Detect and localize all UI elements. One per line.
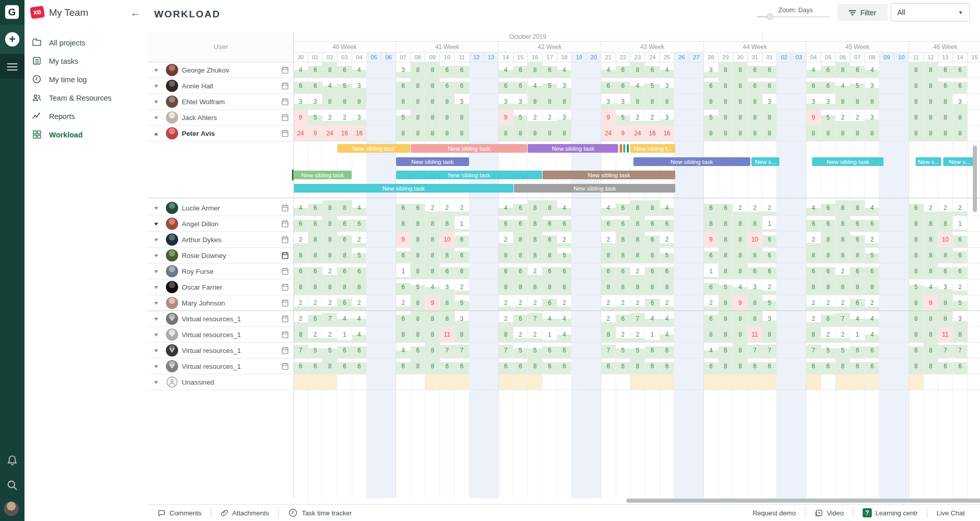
- workload-hours-cell: 2: [308, 327, 323, 342]
- workload-hours-cell: 24: [323, 126, 337, 141]
- workload-hours-cell: 8: [763, 110, 777, 125]
- bottombar-label: Attachments: [232, 509, 269, 517]
- workload-hours-cell: 3: [763, 311, 777, 326]
- workload-hours-cell: 6: [645, 343, 659, 358]
- user-profile-avatar[interactable]: [4, 501, 19, 516]
- workload-hours-cell: 3: [865, 78, 879, 93]
- workload-hours-cell: 8: [748, 94, 762, 109]
- unassigned-busy-cell: [748, 374, 762, 390]
- workload-hours-cell: 8: [528, 216, 542, 231]
- workload-hours-cell: 8: [499, 279, 513, 295]
- workload-hours-cell: 6: [455, 232, 469, 247]
- workload-hours-cell: 5: [865, 248, 879, 263]
- bottombar-live-chat[interactable]: Live Chat: [927, 505, 974, 521]
- vertical-scrollbar-thumb[interactable]: [973, 146, 977, 212]
- search-icon[interactable]: [5, 478, 19, 492]
- unassigned-busy-cell: [499, 374, 513, 390]
- sidebar-item-workload[interactable]: Workload: [24, 126, 148, 144]
- workload-hours-cell: 6: [850, 216, 865, 231]
- sidebar: XB My Team ← All projectsMy tasksMy time…: [24, 0, 148, 521]
- workload-hours-cell: 5: [513, 343, 528, 358]
- workload-hours-cell: 4: [865, 200, 879, 216]
- add-project-button[interactable]: +: [5, 32, 19, 46]
- workload-hours-cell: 4: [924, 279, 938, 295]
- workload-hours-cell: 1: [704, 264, 718, 279]
- app-logo-icon[interactable]: G: [5, 5, 19, 19]
- bottombar-comments[interactable]: Comments: [148, 505, 211, 521]
- workload-hours-cell: 8: [836, 232, 850, 247]
- clock-icon: [32, 74, 43, 85]
- workload-hours-cell: 8: [909, 295, 923, 311]
- workload-hours-cell: 8: [396, 327, 410, 342]
- workload-hours-cell: 2: [924, 200, 938, 216]
- workload-hours-cell: 7: [806, 343, 821, 358]
- workload-hours-cell: 2: [630, 295, 645, 311]
- workload-hours-cell: 7: [953, 343, 967, 358]
- sidebar-item-my-tasks[interactable]: My tasks: [24, 52, 148, 70]
- ganttpro-workload-screen: G + XB My Team ← All projectsMy tasksMy …: [0, 0, 980, 521]
- workload-hours-cell: 5: [645, 78, 659, 93]
- workload-hours-cell: 8: [733, 110, 747, 125]
- workload-hours-cell: 2: [865, 295, 879, 311]
- workload-hours-cell: 2: [938, 200, 952, 216]
- workload-hours-cell: 6: [821, 216, 836, 231]
- workload-hours-cell: 2: [836, 295, 850, 311]
- week-header: 46 Week: [909, 42, 980, 53]
- bottombar-attachments[interactable]: Attachments: [211, 505, 278, 521]
- workload-hours-cell: 5: [821, 110, 836, 125]
- workload-hours-cell: 6: [953, 78, 967, 93]
- workload-hours-cell: 3: [865, 110, 879, 125]
- workload-hours-cell: 8: [719, 311, 733, 326]
- workload-hours-cell: 8: [924, 248, 938, 263]
- workload-hours-cell: 24: [630, 126, 645, 141]
- workload-hours-cell: 6: [337, 359, 352, 374]
- workload-hours-cell: 8: [425, 264, 439, 279]
- workload-hours-cell: 6: [396, 311, 410, 326]
- workload-hours-cell: 6: [821, 311, 836, 326]
- workload-hours-cell: 5: [660, 248, 674, 263]
- workload-hours-cell: 4: [601, 200, 616, 216]
- bottombar-learning-centr[interactable]: ?Learning centr: [853, 505, 927, 521]
- workload-hours-cell: 8: [411, 311, 425, 326]
- workload-hours-cell: 6: [543, 295, 557, 311]
- workload-hours-cell: 2: [953, 279, 967, 295]
- workload-hours-cell: 8: [924, 343, 938, 358]
- sidebar-item-team-resources[interactable]: Team & Resources: [24, 89, 148, 107]
- workload-hours-cell: 6: [513, 200, 528, 216]
- day-header: 13: [938, 53, 953, 62]
- day-header: 23: [630, 53, 645, 62]
- collapse-sidebar-arrow-icon[interactable]: ←: [130, 7, 141, 19]
- user-column-header: User: [148, 32, 293, 62]
- workload-hours-cell: 8: [352, 94, 366, 109]
- day-header: 12: [470, 53, 484, 62]
- bottombar-video[interactable]: Video: [805, 505, 853, 521]
- notifications-bell-icon[interactable]: [5, 454, 19, 468]
- sidebar-item-reports[interactable]: Reports: [24, 107, 148, 126]
- bottombar-request-demo[interactable]: Request demo: [743, 505, 805, 521]
- workload-hours-cell: 6: [557, 264, 572, 279]
- horizontal-scrollbar-thumb[interactable]: [626, 499, 980, 503]
- workload-hours-cell: 2: [557, 232, 572, 247]
- workload-hours-cell: 2: [513, 327, 528, 342]
- workload-hours-cell: 1: [763, 216, 777, 231]
- sidebar-item-all-projects[interactable]: All projects: [24, 34, 148, 52]
- week-header: 42 Week: [499, 42, 601, 53]
- workload-hours-cell: 2: [557, 295, 572, 311]
- workload-hours-cell: 1: [850, 327, 865, 342]
- clock-icon: [288, 508, 298, 518]
- workload-hours-cell: 9: [733, 295, 747, 311]
- workload-hours-cell: 8: [645, 248, 659, 263]
- workload-hours-cell: 6: [938, 264, 952, 279]
- workload-hours-cell: 8: [719, 62, 733, 78]
- workload-hours-cell: 8: [645, 200, 659, 216]
- workload-hours-cell: 3: [748, 279, 762, 295]
- sidebar-item-my-time-log[interactable]: My time log: [24, 70, 148, 89]
- bottombar-task-time-tracker[interactable]: Task time tracker: [279, 505, 361, 521]
- workload-hours-cell: 3: [953, 94, 967, 109]
- workload-hours-cell: 2: [323, 295, 337, 311]
- attachment-icon: [220, 509, 229, 517]
- workload-hours-cell: 9: [293, 110, 308, 125]
- workload-hours-cell: 8: [938, 248, 952, 263]
- hamburger-menu-icon[interactable]: [7, 63, 17, 73]
- workload-hours-cell: 6: [850, 232, 865, 247]
